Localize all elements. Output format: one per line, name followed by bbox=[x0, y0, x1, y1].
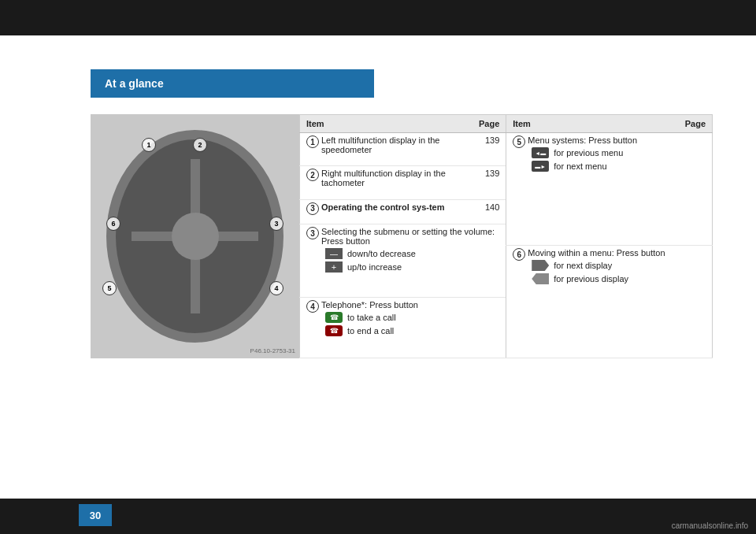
main-content: 1 2 3 4 5 6 P46.10-2753-31 Item Page 1 bbox=[91, 114, 713, 358]
item-4-desc: Telephone*: Press button bbox=[321, 300, 499, 310]
phone-end-label: to end a call bbox=[347, 326, 394, 336]
right-table-item-header: Item bbox=[506, 115, 679, 133]
item-number-1: 1 bbox=[306, 135, 319, 148]
steering-wheel-image: 1 2 3 4 5 6 P46.10-2753-31 bbox=[91, 114, 299, 358]
page-number-box: 30 bbox=[79, 504, 112, 526]
sub-item-phone-take: to take a call bbox=[321, 312, 499, 323]
sub-item-plus: up/to increase bbox=[321, 261, 499, 273]
minus-label: down/to decrease bbox=[347, 249, 416, 258]
sub-item-disp-prev: for previous display bbox=[528, 273, 706, 284]
bottom-bar bbox=[0, 499, 756, 534]
row-3-subitems: 3 Selecting the submenu or setting the v… bbox=[300, 224, 506, 298]
wheel-label-1: 1 bbox=[142, 138, 156, 152]
item-text-3-sub: Selecting the submenu or setting the vol… bbox=[321, 227, 499, 275]
row-3-page: 140 bbox=[472, 199, 506, 224]
image-label: P46.10-2753-31 bbox=[250, 347, 295, 354]
item-text-4: Telephone*: Press button to take a call … bbox=[321, 300, 499, 339]
minus-icon bbox=[325, 248, 343, 259]
item-text-3-bold: Operating the control sys-tem bbox=[321, 202, 466, 212]
disp-prev-label: for previous display bbox=[554, 274, 628, 284]
item-number-3a: 3 bbox=[306, 202, 319, 215]
item-3-desc: Selecting the submenu or setting the vol… bbox=[321, 227, 499, 246]
left-table-page-header: Page bbox=[472, 115, 506, 133]
left-info-table: Item Page 1 Left multifunction display i… bbox=[299, 114, 506, 358]
phone-end-icon bbox=[325, 325, 343, 336]
phone-take-icon bbox=[325, 312, 343, 323]
sub-item-menu-prev: for previous menu bbox=[528, 147, 706, 158]
display-prev-icon bbox=[532, 273, 549, 284]
table-row: 2 Right multifunction display in the tac… bbox=[300, 166, 506, 199]
menu-prev-label: for previous menu bbox=[554, 148, 623, 158]
right-table-page-header: Page bbox=[679, 115, 713, 133]
row-1-item: 1 Left multifunction display in the spee… bbox=[300, 133, 472, 166]
sub-item-phone-end: to end a call bbox=[321, 325, 499, 336]
left-table-item-header: Item bbox=[300, 115, 472, 133]
row-3-item-bold: 3 Operating the control sys-tem bbox=[300, 199, 472, 224]
wheel-label-2: 2 bbox=[193, 138, 207, 152]
plus-label: up/to increase bbox=[347, 262, 402, 272]
item-number-6: 6 bbox=[513, 248, 525, 261]
sub-item-disp-next: for next display bbox=[528, 260, 706, 271]
wheel-label-4: 4 bbox=[269, 281, 284, 295]
page-title: At a glance bbox=[105, 77, 164, 90]
row-5-item: 5 Menu systems: Press button for previou… bbox=[506, 133, 713, 246]
item-number-3b: 3 bbox=[306, 227, 319, 239]
row-6-item: 6 Moving within a menu: Press button for… bbox=[506, 246, 713, 358]
table-row: 6 Moving within a menu: Press button for… bbox=[506, 246, 713, 358]
item-text-5: Menu systems: Press button for previous … bbox=[528, 135, 706, 174]
item-text-2: Right multifunction display in the tacho… bbox=[321, 169, 466, 187]
row-1-page: 139 bbox=[472, 133, 506, 166]
wheel-label-5: 5 bbox=[102, 281, 117, 295]
table-row: 4 Telephone*: Press button to take a cal… bbox=[300, 298, 506, 358]
row-2-page: 139 bbox=[472, 166, 506, 199]
steering-wheel-outer bbox=[106, 130, 284, 343]
display-next-icon bbox=[532, 260, 549, 271]
item-text-1: Left multifunction display in the speedo… bbox=[321, 135, 466, 154]
wheel-label-3: 3 bbox=[269, 217, 284, 231]
table-row: 1 Left multifunction display in the spee… bbox=[300, 133, 506, 166]
sub-item-menu-next: for next menu bbox=[528, 161, 706, 172]
tables-container: Item Page 1 Left multifunction display i… bbox=[299, 114, 713, 358]
disp-next-label: for next display bbox=[554, 261, 612, 270]
item-number-2: 2 bbox=[306, 169, 319, 181]
steering-wheel-center bbox=[172, 213, 219, 260]
table-row: 3 Selecting the submenu or setting the v… bbox=[300, 224, 506, 298]
sub-item-minus: down/to decrease bbox=[321, 248, 499, 259]
right-info-table: Item Page 5 Menu systems: Press button bbox=[506, 114, 713, 358]
row-2-item: 2 Right multifunction display in the tac… bbox=[300, 166, 472, 199]
page-number: 30 bbox=[90, 510, 101, 521]
title-box: At a glance bbox=[91, 69, 374, 98]
menu-prev-icon bbox=[532, 147, 549, 158]
item-number-4: 4 bbox=[306, 300, 319, 313]
item-6-desc: Moving within a menu: Press button bbox=[528, 248, 706, 258]
menu-next-label: for next menu bbox=[554, 161, 606, 171]
phone-take-label: to take a call bbox=[347, 313, 396, 322]
row-4-item: 4 Telephone*: Press button to take a cal… bbox=[300, 298, 506, 358]
plus-icon bbox=[325, 261, 343, 273]
item-text-6: Moving within a menu: Press button for n… bbox=[528, 248, 706, 287]
header-bar bbox=[0, 0, 756, 35]
watermark: carmanualsonline.info bbox=[672, 521, 748, 530]
table-row: 3 Operating the control sys-tem 140 bbox=[300, 199, 506, 224]
menu-next-icon bbox=[532, 161, 549, 172]
item-number-5: 5 bbox=[513, 135, 525, 148]
wheel-label-6: 6 bbox=[106, 217, 120, 231]
item-5-desc: Menu systems: Press button bbox=[528, 135, 706, 145]
table-row: 5 Menu systems: Press button for previou… bbox=[506, 133, 713, 246]
